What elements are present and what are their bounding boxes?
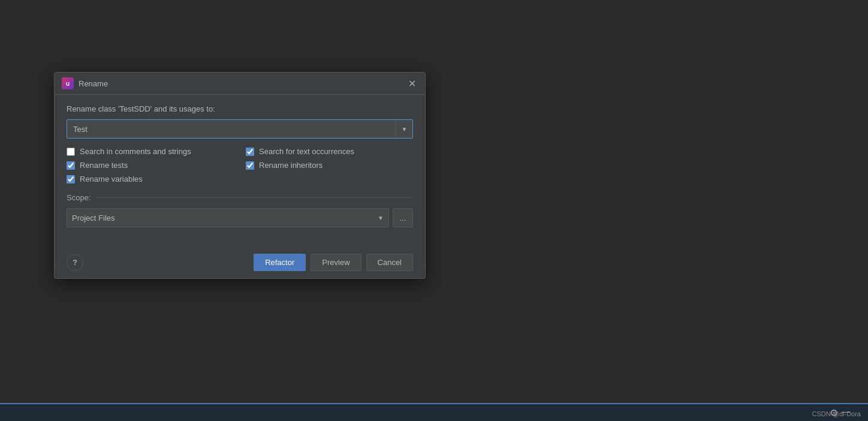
scope-separator: Scope: <box>67 193 413 202</box>
rename-variables-checkbox[interactable] <box>67 175 75 184</box>
dialog-title: Rename <box>79 79 406 88</box>
search-comments-label[interactable]: Search in comments and strings <box>80 147 191 156</box>
checkboxes-grid: Search in comments and strings Search fo… <box>67 147 413 184</box>
dialog-titlebar: u Rename ✕ <box>55 73 425 95</box>
name-input-wrapper: ▼ <box>67 119 413 139</box>
cancel-button[interactable]: Cancel <box>366 254 413 271</box>
app-icon: u <box>62 77 74 89</box>
rename-tests-label[interactable]: Rename tests <box>80 161 128 170</box>
rename-tests-checkbox[interactable] <box>67 161 75 170</box>
scope-input-row: Project Files ▼ ... <box>67 208 413 227</box>
scope-dropdown-arrow-icon: ▼ <box>378 215 384 221</box>
bottom-bar: ⚙ — <box>0 403 868 421</box>
dialog-footer: ? Refactor Preview Cancel <box>55 246 425 278</box>
search-comments-checkbox[interactable] <box>67 148 75 156</box>
refactor-button[interactable]: Refactor <box>254 254 306 271</box>
dialog-body: Rename class 'TestSDD' and its usages to… <box>55 95 425 246</box>
scope-label: Scope: <box>67 193 91 202</box>
checkbox-search-text-row: Search for text occurrences <box>246 147 413 156</box>
checkbox-rename-tests-row: Rename tests <box>67 161 234 170</box>
rename-input[interactable] <box>67 121 396 137</box>
search-text-label[interactable]: Search for text occurrences <box>259 147 354 156</box>
watermark-text: CSDN @di-Dora <box>812 410 861 417</box>
rename-dialog: u Rename ✕ Rename class 'TestSDD' and it… <box>54 72 426 279</box>
checkbox-search-comments-row: Search in comments and strings <box>67 147 234 156</box>
help-button[interactable]: ? <box>67 254 83 271</box>
checkbox-rename-inheritors-row: Rename inheritors <box>246 161 413 170</box>
close-button[interactable]: ✕ <box>406 77 418 89</box>
scope-select-text: Project Files <box>72 213 378 222</box>
dialog-subtitle: Rename class 'TestSDD' and its usages to… <box>67 104 413 113</box>
rename-inheritors-label[interactable]: Rename inheritors <box>259 161 323 170</box>
rename-inheritors-checkbox[interactable] <box>246 161 254 170</box>
scope-divider <box>95 197 413 198</box>
rename-variables-label[interactable]: Rename variables <box>80 175 143 184</box>
search-text-checkbox[interactable] <box>246 148 254 156</box>
preview-button[interactable]: Preview <box>311 254 361 271</box>
scope-select[interactable]: Project Files ▼ <box>67 208 389 227</box>
scope-section: Scope: Project Files ▼ ... <box>67 193 413 227</box>
name-input-dropdown-button[interactable]: ▼ <box>396 120 412 138</box>
scope-browse-button[interactable]: ... <box>393 208 413 227</box>
checkbox-rename-variables-row: Rename variables <box>67 175 234 184</box>
